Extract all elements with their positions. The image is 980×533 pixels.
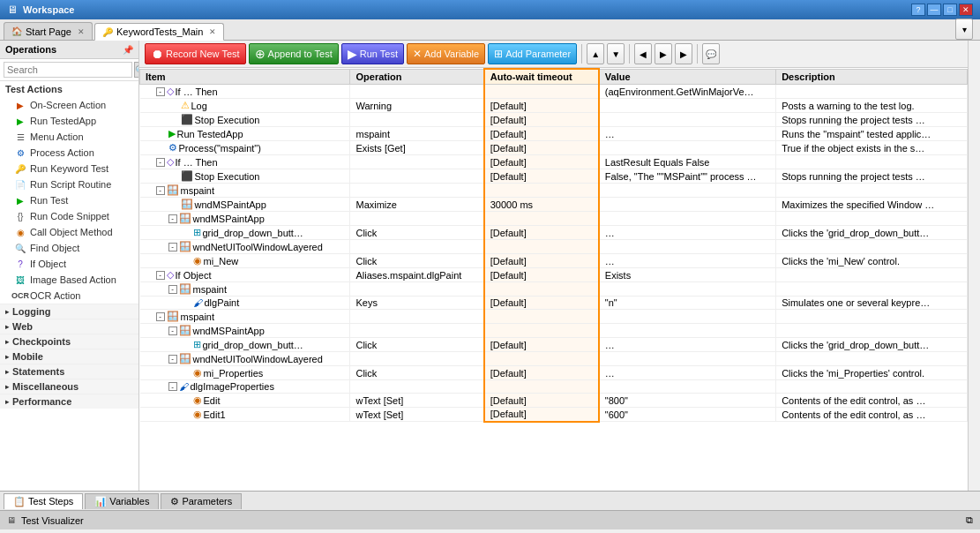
table-row[interactable]: -◇ If … Then(aqEnvironment.GetWinMajorVe…	[140, 85, 968, 99]
tree-expand-btn[interactable]: -	[168, 355, 177, 364]
move-left-button[interactable]: ◀	[634, 43, 652, 64]
tree-expand-btn[interactable]: -	[168, 382, 177, 391]
tab-parameters[interactable]: ⚙ Parameters	[161, 493, 242, 509]
cell-description	[776, 310, 968, 324]
toolbar-sep-3	[697, 44, 698, 64]
tab-start-page[interactable]: 🏠 Start Page ✕	[4, 22, 93, 40]
tree-expand-btn[interactable]: -	[156, 271, 165, 280]
record-new-test-button[interactable]: ⏺ Record New Test	[145, 43, 246, 64]
sidebar-item-menu-action[interactable]: ☰ Menu Action	[0, 129, 138, 145]
cell-item: ◉ Edit	[140, 394, 350, 408]
move-down-button[interactable]: ▼	[607, 43, 625, 64]
append-to-test-button[interactable]: ⊕ Append to Test	[249, 43, 339, 64]
tab-test-steps[interactable]: 📋 Test Steps	[4, 493, 83, 509]
sidebar-item-if-object[interactable]: ? If Object	[0, 256, 138, 272]
table-row[interactable]: ⬛ Stop Execution[Default]False, "The ""M…	[140, 169, 968, 184]
add-variable-button[interactable]: ✕ Add Variable	[407, 43, 485, 64]
tab-scroll-btn[interactable]: ▾	[955, 19, 973, 40]
table-row[interactable]: ⊞ grid_drop_down_butt…Click[Default]…Cli…	[140, 226, 968, 240]
sidebar-item-on-screen-action[interactable]: ▶ On-Screen Action	[0, 97, 138, 113]
status-label: Test Visualizer	[21, 515, 84, 526]
help-button[interactable]: ?	[911, 4, 925, 16]
right-scrollbar[interactable]	[968, 41, 980, 491]
sidebar-web-header[interactable]: ▸ Web	[0, 319, 138, 334]
sidebar-performance-header[interactable]: ▸ Performance	[0, 394, 138, 409]
table-row[interactable]: -🪟 wndNetUIToolWindowLayered	[140, 352, 968, 366]
maximize-button[interactable]: □	[943, 4, 957, 16]
table-row[interactable]: -🪟 mspaint	[140, 282, 968, 297]
grid-icon: ⊞	[193, 227, 201, 238]
tree-expand-btn[interactable]: -	[168, 327, 177, 335]
cell-item: -🪟 mspaint	[140, 310, 350, 324]
tree-expand-btn[interactable]: -	[156, 186, 165, 195]
table-row[interactable]: -◇ If ObjectAliases.mspaint.dlgPaint[Def…	[140, 268, 968, 282]
table-row[interactable]: -🪟 mspaint	[140, 310, 968, 324]
tab-keyword-tests[interactable]: 🔑 KeywordTests_Main ✕	[94, 23, 224, 41]
sidebar-item-ocr-action[interactable]: OCR OCR Action	[0, 288, 138, 304]
resize-handle[interactable]: ⧉	[966, 514, 973, 526]
tab-variables[interactable]: 📊 Variables	[85, 493, 159, 509]
tree-expand-btn[interactable]: -	[156, 312, 165, 321]
comment-button[interactable]: 💬	[702, 43, 720, 64]
table-row[interactable]: -🪟 wndMSPaintApp	[140, 212, 968, 226]
add-parameter-button[interactable]: ⊞ Add Parameter	[488, 43, 577, 64]
sidebar-item-run-test[interactable]: ▶ Run Test	[0, 192, 138, 208]
table-row[interactable]: -🪟 wndNetUIToolWindowLayered	[140, 240, 968, 254]
keyword-tests-close[interactable]: ✕	[209, 27, 216, 36]
test-actions-header: Test Actions	[0, 81, 138, 97]
col-description: Description	[776, 69, 968, 85]
table-row[interactable]: ⚠ LogWarning[Default]Posts a warning to …	[140, 99, 968, 113]
run-test-button[interactable]: ▶ Run Test	[341, 43, 404, 64]
cell-value: "n"	[599, 297, 776, 310]
tree-expand-btn[interactable]: -	[168, 285, 177, 294]
sidebar-item-run-script-routine[interactable]: 📄 Run Script Routine	[0, 176, 138, 192]
sidebar-miscellaneous-header[interactable]: ▸ Miscellaneous	[0, 379, 138, 394]
table-row[interactable]: ⬛ Stop Execution[Default]Stops running t…	[140, 113, 968, 127]
item-label: mi_New	[204, 256, 239, 266]
sidebar-item-call-object-method[interactable]: ◉ Call Object Method	[0, 224, 138, 240]
move-right2-button[interactable]: ▶	[675, 43, 692, 64]
table-row[interactable]: ◉ mi_PropertiesClick[Default]…Clicks the…	[140, 366, 968, 380]
sidebar-checkpoints-header[interactable]: ▸ Checkpoints	[0, 334, 138, 349]
sidebar-statements-header[interactable]: ▸ Statements	[0, 364, 138, 379]
search-input[interactable]	[4, 62, 132, 78]
sidebar-item-run-tested-app[interactable]: ▶ Run TestedApp	[0, 113, 138, 129]
start-page-close[interactable]: ✕	[78, 27, 85, 36]
keyword-tests-label: KeywordTests_Main	[116, 26, 203, 37]
cell-item: ▶ Run TestedApp	[140, 127, 350, 141]
table-row[interactable]: ▶ Run TestedAppmspaint[Default]…Runs the…	[140, 127, 968, 141]
table-row[interactable]: -🪟 wndMSPaintApp	[140, 324, 968, 338]
table-row[interactable]: ◉ Edit1wText [Set][Default]"600"Contents…	[140, 408, 968, 422]
sidebar-item-find-object[interactable]: 🔍 Find Object	[0, 240, 138, 256]
tree-expand-btn[interactable]: -	[168, 214, 177, 223]
cell-item: -◇ If Object	[140, 268, 350, 282]
minimize-button[interactable]: —	[927, 4, 941, 16]
sidebar-item-run-keyword-test[interactable]: 🔑 Run Keyword Test	[0, 161, 138, 176]
table-row[interactable]: ◉ EditwText [Set][Default]"800"Contents …	[140, 394, 968, 408]
tree-expand-btn[interactable]: -	[168, 243, 177, 251]
sidebar-title: Operations	[5, 44, 56, 55]
cell-value	[599, 310, 776, 324]
sidebar-item-run-code-snippet[interactable]: {} Run Code Snippet	[0, 208, 138, 224]
cell-autowait: [Default]	[484, 254, 599, 268]
tree-expand-btn[interactable]: -	[156, 158, 165, 167]
move-right-button[interactable]: ▶	[655, 43, 672, 64]
sidebar-mobile-header[interactable]: ▸ Mobile	[0, 349, 138, 364]
table-row[interactable]: ⊞ grid_drop_down_butt…Click[Default]…Cli…	[140, 338, 968, 352]
table-row[interactable]: 🪟 wndMSPaintAppMaximize30000 msMaximizes…	[140, 198, 968, 212]
table-row[interactable]: ◉ mi_NewClick[Default]…Clicks the 'mi_Ne…	[140, 254, 968, 268]
close-button[interactable]: ✕	[959, 4, 973, 16]
sidebar-logging-header[interactable]: ▸ Logging	[0, 304, 138, 319]
table-row[interactable]: -🖌 dlgImageProperties	[140, 380, 968, 394]
tree-expand-btn[interactable]: -	[156, 87, 165, 96]
title-bar: 🖥 Workspace ? — □ ✕	[0, 0, 980, 19]
table-row[interactable]: 🖌 dlgPaintKeys[Default]"n"Simulates one …	[140, 297, 968, 310]
table-row[interactable]: ⚙ Process("mspaint")Exists [Get][Default…	[140, 141, 968, 155]
table-row[interactable]: -🪟 mspaint	[140, 184, 968, 198]
move-up-button[interactable]: ▲	[587, 43, 604, 64]
pin-icon[interactable]: 📌	[123, 45, 133, 55]
sidebar-item-image-based-action[interactable]: 🖼 Image Based Action	[0, 272, 138, 288]
cell-item: -◇ If … Then	[140, 85, 350, 99]
table-row[interactable]: -◇ If … Then[Default]LastResult Equals F…	[140, 155, 968, 169]
sidebar-item-process-action[interactable]: ⚙ Process Action	[0, 145, 138, 161]
